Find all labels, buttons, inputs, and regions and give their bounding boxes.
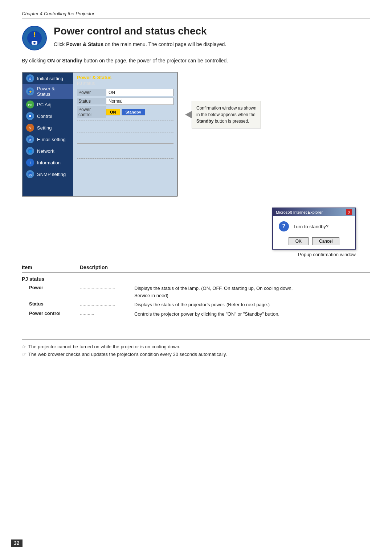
popup-ok-button[interactable]: OK	[289, 237, 309, 245]
screenshot-area: ⚙ Initial setting ⚡ Power & Status PC	[22, 72, 370, 197]
page-number: 32	[11, 539, 23, 547]
standby-button[interactable]: Standby	[122, 109, 145, 115]
dots-power-control: ...........	[80, 311, 134, 318]
divider3	[77, 143, 173, 144]
desc-power: Displays the status of the lamp. (ON, OF…	[134, 285, 370, 299]
table-section: Item Description PJ status Power .......…	[22, 264, 370, 317]
question-icon: ?	[279, 221, 289, 231]
power-field-label: Power	[77, 89, 106, 96]
sidebar-label-setting: Setting	[37, 125, 52, 131]
svg-text:!: !	[33, 31, 36, 38]
power-control-row: Power control ON Standby	[77, 106, 173, 118]
power-status-icon: ⚡	[26, 87, 34, 95]
status-field-value: Normal	[106, 98, 173, 105]
col-desc-header: Description	[80, 264, 370, 270]
popup-message: Turn to standby?	[293, 224, 328, 229]
popup-close-button[interactable]: X	[346, 209, 352, 215]
note-text-1: The projector cannot be turned on while …	[28, 344, 180, 349]
sidebar-item-control[interactable]: Control	[23, 110, 73, 122]
sidebar-label-network: Network	[37, 148, 54, 154]
browser-sidebar: ⚙ Initial setting ⚡ Power & Status PC	[23, 73, 73, 196]
popup-buttons: OK Cancel	[273, 235, 355, 249]
popup-area: Microsoft Internet Explorer X ? Turn to …	[272, 208, 356, 257]
svg-point-12	[29, 115, 31, 117]
dots-power: ...........................	[80, 285, 134, 299]
snmp-icon: SN	[26, 170, 34, 178]
setting-icon: ✎	[26, 124, 34, 132]
col-item-header: Item	[22, 264, 80, 270]
callout-with-arrow: Confirmation window as shownin the below…	[185, 101, 261, 128]
sidebar-item-email[interactable]: @ E-mail setting	[23, 134, 73, 145]
info-icon: i	[26, 159, 34, 167]
sidebar-label-pcadj: PC Adj	[37, 102, 52, 107]
initial-setting-icon: ⚙	[26, 74, 34, 82]
popup-cancel-button[interactable]: Cancel	[312, 237, 339, 245]
svg-text:PC: PC	[28, 103, 32, 107]
chapter-title: Chapter 4 Controlling the Projector	[22, 11, 94, 16]
network-icon: 🌐	[26, 147, 34, 155]
table-row-status: Status ........................... Displ…	[22, 301, 370, 308]
power-icon: !	[22, 25, 47, 51]
callout-box: Confirmation window as shownin the below…	[192, 101, 261, 128]
popup-dialog: Microsoft Internet Explorer X ? Turn to …	[272, 208, 356, 250]
pc-adj-icon: PC	[26, 100, 34, 108]
intro-bold: Power & Status	[66, 41, 103, 47]
control-icon	[26, 112, 34, 120]
svg-text:⚙: ⚙	[29, 77, 32, 81]
table-row-power-control: Power control ........... Controls the p…	[22, 311, 370, 318]
callout-text: Confirmation window as shownin the below…	[196, 106, 256, 124]
sidebar-label-initial: Initial setting	[37, 76, 63, 81]
item-status: Status	[29, 301, 80, 308]
sidebar-item-setting[interactable]: ✎ Setting	[23, 122, 73, 134]
desc-power-control: Controls the projector power by clicking…	[134, 311, 370, 318]
footer-notes: ☞ The projector cannot be turned on whil…	[22, 339, 370, 357]
item-power-control: Power control	[29, 311, 80, 318]
sidebar-label-control: Control	[37, 114, 52, 119]
content-subtitle: PJ status	[77, 81, 173, 86]
callout-container: Confirmation window as shownin the below…	[185, 101, 261, 128]
power-field-row: Power ON	[77, 89, 173, 96]
svg-text:SN: SN	[28, 173, 32, 176]
sidebar-item-snmp[interactable]: SN SNMP setting	[23, 168, 73, 180]
on-button[interactable]: ON	[106, 109, 120, 115]
dots-status: ...........................	[80, 301, 134, 308]
note-text-2: The web browser checks and updates the p…	[28, 352, 227, 357]
browser-content: Power & Status PJ status Power ON Status…	[73, 73, 177, 196]
standby-bold: Standby	[196, 119, 213, 124]
note-icon-2: ☞	[22, 352, 26, 357]
sidebar-label-info: Information	[37, 160, 61, 165]
title-section: ! Power control and status check Click P…	[22, 25, 370, 51]
sidebar-label-snmp: SNMP setting	[37, 172, 66, 177]
callout-arrow	[185, 111, 192, 118]
popup-titlebar: Microsoft Internet Explorer X	[273, 208, 355, 216]
note-icon-1: ☞	[22, 344, 26, 349]
popup-body: ? Turn to standby?	[273, 216, 355, 235]
sidebar-label-email: E-mail setting	[37, 137, 66, 142]
power-field-value: ON	[106, 89, 173, 96]
sidebar-item-initial-setting[interactable]: ⚙ Initial setting	[23, 73, 73, 84]
sidebar-item-network[interactable]: 🌐 Network	[23, 145, 73, 157]
svg-text:i: i	[30, 161, 31, 165]
sidebar-item-information[interactable]: i Information	[23, 157, 73, 168]
browser-window: ⚙ Initial setting ⚡ Power & Status PC	[22, 72, 178, 197]
status-field-row: Status Normal	[77, 98, 173, 105]
sidebar-item-pc-adj[interactable]: PC PC Adj	[23, 99, 73, 110]
browser-main: ⚙ Initial setting ⚡ Power & Status PC	[23, 73, 177, 196]
footer-note-2: ☞ The web browser checks and updates the…	[22, 352, 370, 357]
svg-point-4	[33, 42, 36, 44]
on-label: ON	[47, 58, 55, 63]
svg-text:🌐: 🌐	[28, 149, 32, 153]
popup-title: Microsoft Internet Explorer	[276, 210, 323, 214]
body-text: By clicking ON or Standby button on the …	[22, 57, 370, 65]
item-power: Power	[29, 285, 80, 299]
svg-text:@: @	[29, 138, 32, 141]
desc-status: Displays the status of the projector's p…	[134, 301, 370, 308]
svg-text:⚡: ⚡	[28, 90, 33, 94]
footer-note-1: ☞ The projector cannot be turned on whil…	[22, 344, 370, 349]
svg-text:✎: ✎	[29, 126, 32, 130]
table-header-row: Item Description	[22, 264, 370, 272]
page-title: Power control and status check	[54, 25, 370, 37]
intro-text: Click Power & Status on the main menu. T…	[54, 41, 370, 48]
pj-status-header: PJ status	[22, 276, 370, 282]
sidebar-item-power-status[interactable]: ⚡ Power & Status	[23, 84, 73, 99]
